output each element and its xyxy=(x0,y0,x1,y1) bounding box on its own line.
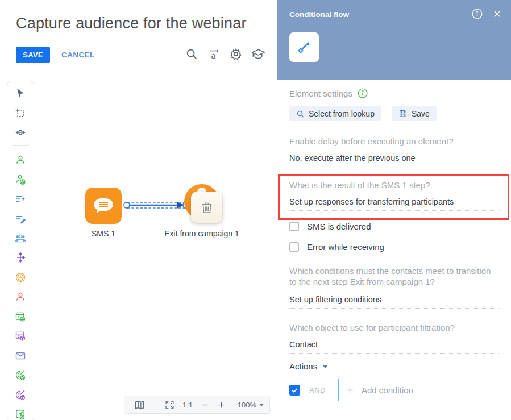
chevron-down-icon xyxy=(322,365,328,368)
delay-value-dropdown[interactable]: No, execute after the previous one xyxy=(289,153,500,167)
svg-text:a: a xyxy=(211,52,215,60)
campaign-designer-page: Capture audience for the webinar SAVE CA… xyxy=(0,0,511,420)
palette-divider xyxy=(12,145,29,146)
landing-signup-icon[interactable] xyxy=(14,310,27,323)
result-question-label: What is the result of the SMS 1 step? xyxy=(289,180,500,190)
checkbox-label: SMS is delivered xyxy=(307,222,371,231)
lookup-search-icon xyxy=(296,110,305,118)
plus-icon xyxy=(345,385,355,395)
conditional-flow-badge xyxy=(289,32,319,62)
search-icon[interactable] xyxy=(185,48,198,60)
close-icon[interactable] xyxy=(492,9,502,19)
delete-node-button[interactable] xyxy=(191,192,222,223)
conditions-value-link[interactable]: Set up filtering conditions xyxy=(289,295,500,309)
marquee-select-icon[interactable] xyxy=(14,106,27,119)
select-from-lookup-button[interactable]: Select from lookup xyxy=(289,106,381,121)
object-question-label: Which object to use for participant filt… xyxy=(289,322,500,333)
checkbox-unchecked[interactable] xyxy=(289,222,299,231)
result-value-dropdown[interactable]: Set up responses for transferring partic… xyxy=(289,197,500,211)
move-horizontal-icon[interactable] xyxy=(14,126,27,139)
and-operator-label[interactable]: AND xyxy=(309,386,326,394)
actual-size-button[interactable]: 1:1 xyxy=(178,401,197,409)
facebook-signup-icon[interactable] xyxy=(14,407,27,420)
edit-list-icon[interactable] xyxy=(14,212,27,225)
add-to-list-icon[interactable] xyxy=(14,192,27,205)
email-icon[interactable] xyxy=(14,349,27,362)
designer-area: Capture audience for the webinar SAVE CA… xyxy=(0,0,277,420)
zoom-in-button[interactable] xyxy=(213,401,230,409)
contact-icon[interactable] xyxy=(14,290,27,303)
object-value-dropdown[interactable]: Contact xyxy=(289,340,500,354)
checkmark-icon xyxy=(291,386,298,394)
exit-node-label: Exit from campaign 1 xyxy=(153,229,250,238)
chevron-down-icon xyxy=(259,404,264,406)
landing-filter-icon[interactable] xyxy=(14,330,27,343)
checkbox-unchecked[interactable] xyxy=(289,242,299,252)
conditional-flow-icon[interactable] xyxy=(14,251,27,264)
filter-condition-row: AND Add condition xyxy=(289,379,500,401)
zoom-level-value: 100% xyxy=(238,401,256,409)
trash-icon xyxy=(201,201,213,214)
add-condition-button[interactable]: Add condition xyxy=(345,385,413,395)
conditional-flow-arrow-icon xyxy=(296,39,312,55)
academy-icon[interactable] xyxy=(251,48,265,60)
timer-icon[interactable] xyxy=(14,271,27,284)
fit-to-screen-icon[interactable] xyxy=(161,400,178,410)
element-name-input[interactable] xyxy=(334,39,500,53)
pointer-icon[interactable] xyxy=(14,86,27,99)
page-title: Capture audience for the webinar xyxy=(16,15,247,32)
element-properties-panel: Conditional flow Element setti xyxy=(277,0,511,420)
header-toolbar: a xyxy=(185,48,265,60)
cancel-button[interactable]: CANCEL xyxy=(61,51,95,59)
settings-gear-icon[interactable] xyxy=(230,48,242,60)
info-green-icon[interactable] xyxy=(357,88,368,99)
condition-group-line xyxy=(338,379,339,401)
panel-body: Element settings Select from lookup Save… xyxy=(277,80,511,401)
element-settings-label: Element settings xyxy=(289,89,352,98)
goal-signup-icon[interactable] xyxy=(14,369,27,382)
sms-node[interactable] xyxy=(85,188,122,224)
minimap-icon[interactable] xyxy=(130,400,149,410)
element-palette xyxy=(7,81,34,420)
checkbox-row-error-receiving[interactable]: Error while receiving xyxy=(289,242,500,252)
save-button[interactable]: SAVE xyxy=(16,47,50,63)
actions-label: Actions xyxy=(289,361,317,371)
panel-header: Conditional flow xyxy=(277,0,511,80)
panel-title: Conditional flow xyxy=(289,10,349,19)
translate-icon[interactable]: a xyxy=(207,48,221,60)
toolbar-divider xyxy=(155,399,155,410)
conditions-question-label: Which conditions must the contacts meet … xyxy=(289,265,494,287)
add-audience-icon[interactable] xyxy=(14,153,27,166)
and-checkbox-checked[interactable] xyxy=(289,385,300,396)
goal-filter-icon[interactable] xyxy=(14,388,27,401)
actions-menu[interactable]: Actions xyxy=(289,361,500,371)
audience-icon[interactable] xyxy=(14,231,27,244)
info-icon[interactable] xyxy=(471,8,483,20)
add-audience-trigger-icon[interactable] xyxy=(14,173,27,186)
checkbox-row-sms-delivered[interactable]: SMS is delivered xyxy=(289,222,500,231)
zoom-out-button[interactable] xyxy=(197,401,213,409)
zoom-level-dropdown[interactable]: 100% xyxy=(238,401,264,409)
save-element-button[interactable]: Save xyxy=(392,106,437,121)
floppy-save-icon xyxy=(398,109,408,118)
flow-connector[interactable] xyxy=(122,198,191,213)
sms-node-label: SMS 1 xyxy=(72,229,135,238)
delay-question-label: Enable delay before executing an element… xyxy=(289,136,500,147)
checkbox-label: Error while receiving xyxy=(307,242,384,252)
canvas-zoom-toolbar: 1:1 100% xyxy=(124,396,270,414)
